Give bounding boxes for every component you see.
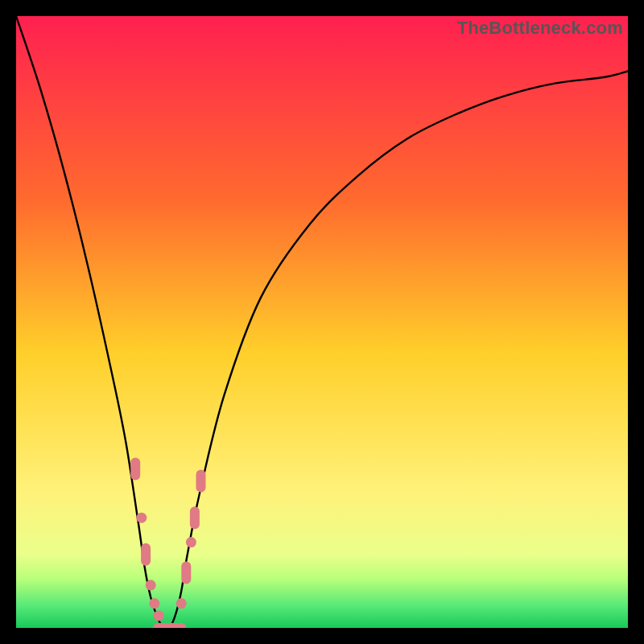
marker — [176, 598, 187, 609]
chart-frame: TheBottleneck.com — [16, 16, 628, 628]
marker — [190, 506, 200, 529]
marker — [136, 513, 147, 523]
marker — [141, 543, 151, 566]
marker — [130, 457, 140, 480]
marker — [146, 580, 156, 590]
marker — [164, 623, 187, 628]
watermark-text: TheBottleneck.com — [457, 18, 623, 39]
marker — [154, 610, 164, 621]
marker — [196, 470, 206, 493]
gradient-background — [16, 16, 628, 628]
marker — [149, 598, 159, 609]
marker — [181, 562, 191, 584]
marker — [186, 537, 196, 547]
bottleneck-plot — [16, 16, 628, 628]
